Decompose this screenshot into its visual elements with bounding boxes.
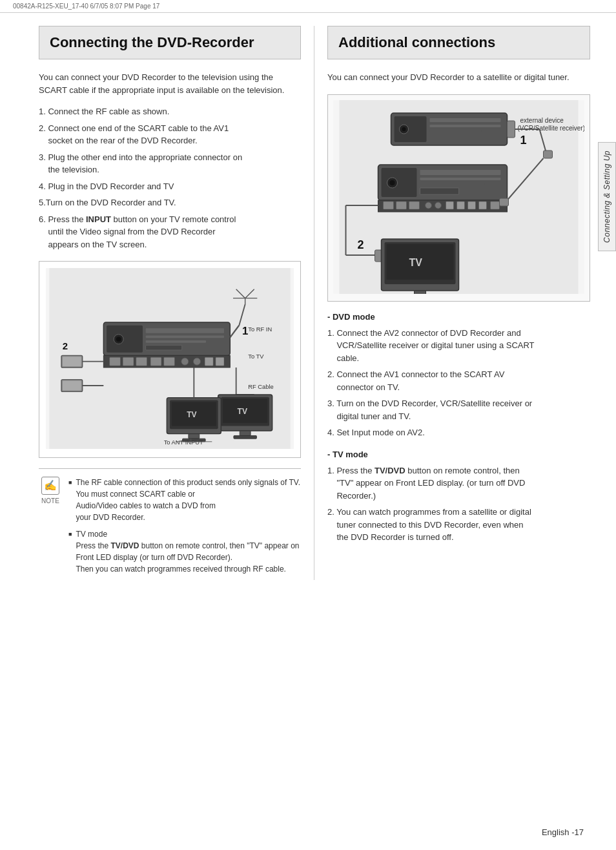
svg-text:1: 1 bbox=[242, 325, 248, 337]
dvd-mode-heading: - DVD mode bbox=[327, 312, 590, 322]
dvd-steps-list: 1. Connect the AV2 connector of DVD Reco… bbox=[327, 327, 590, 439]
step-6: 6. Press the INPUT button on your TV rem… bbox=[39, 213, 301, 251]
dvd-step-4: 4. Set Input mode on AV2. bbox=[327, 426, 590, 439]
note-section: ✍ NOTE The RF cable connection of this p… bbox=[39, 468, 301, 580]
svg-rect-81 bbox=[409, 202, 420, 209]
step-5: 5.Turn on the DVD Recorder and TV. bbox=[39, 196, 301, 209]
svg-rect-12 bbox=[136, 358, 147, 366]
step-3: 3. Plug the other end into the appropria… bbox=[39, 151, 301, 176]
svg-text:2: 2 bbox=[63, 340, 68, 351]
note-content: The RF cable connection of this product … bbox=[68, 477, 301, 580]
svg-point-83 bbox=[435, 202, 442, 209]
svg-text:(VCR/Satellite receiver): (VCR/Satellite receiver) bbox=[518, 125, 585, 132]
content-wrapper: Connecting the DVD-Recorder You can conn… bbox=[0, 13, 616, 593]
step-2: 2. Connect one end of the SCART cable to… bbox=[39, 122, 301, 147]
svg-rect-7 bbox=[146, 340, 206, 343]
svg-text:TV: TV bbox=[409, 257, 423, 268]
svg-rect-90 bbox=[500, 198, 509, 206]
dvd-connection-diagram: 1 To RF IN 2 To TV bbox=[39, 261, 301, 458]
left-title: Connecting the DVD-Recorder bbox=[50, 34, 290, 51]
dvd-step-1: 1. Connect the AV2 connector of DVD Reco… bbox=[327, 327, 590, 365]
left-steps-list: 1. Connect the RF cable as shown. 2. Con… bbox=[39, 105, 301, 251]
tv-step-2: 2. You can watch programmes from a satel… bbox=[327, 506, 590, 544]
left-section-header: Connecting the DVD-Recorder bbox=[39, 26, 301, 59]
svg-rect-2 bbox=[107, 326, 143, 353]
svg-rect-29 bbox=[63, 357, 81, 367]
right-column: Additional connections You can connect y… bbox=[314, 26, 590, 580]
left-intro: You can connect your DVD Recorder to the… bbox=[39, 71, 301, 96]
svg-rect-6 bbox=[146, 336, 224, 338]
svg-point-15 bbox=[181, 358, 189, 365]
svg-point-82 bbox=[426, 202, 432, 209]
tv-mode-heading: - TV mode bbox=[327, 450, 590, 459]
svg-rect-18 bbox=[216, 358, 224, 366]
svg-rect-80 bbox=[396, 202, 407, 209]
svg-rect-69 bbox=[544, 150, 553, 158]
file-info: 00842A-R125-XEU_17-40 6/7/05 8:07 PM Pag… bbox=[0, 0, 616, 13]
note-bullet-2: TV mode Press the TV/DVD button on remot… bbox=[68, 528, 301, 575]
svg-rect-60 bbox=[430, 118, 501, 122]
note-icon-container: ✍ NOTE bbox=[39, 477, 62, 580]
note-icon: ✍ bbox=[41, 477, 59, 495]
svg-text:To ANT INPUT: To ANT INPUT bbox=[164, 439, 203, 446]
step-1: 1. Connect the RF cable as shown. bbox=[39, 105, 301, 118]
svg-rect-43 bbox=[63, 381, 81, 391]
svg-rect-66 bbox=[508, 121, 515, 138]
svg-text:2: 2 bbox=[358, 238, 364, 251]
svg-text:TV: TV bbox=[187, 410, 197, 419]
svg-rect-38 bbox=[240, 431, 251, 435]
svg-rect-75 bbox=[420, 178, 501, 180]
svg-point-73 bbox=[390, 180, 395, 185]
svg-point-59 bbox=[402, 127, 406, 131]
svg-rect-14 bbox=[164, 358, 175, 366]
svg-rect-11 bbox=[123, 358, 134, 366]
svg-rect-85 bbox=[457, 202, 465, 209]
svg-rect-17 bbox=[205, 358, 213, 366]
svg-rect-87 bbox=[479, 202, 487, 209]
right-intro: You can connect your DVD Recorder to a s… bbox=[327, 71, 590, 84]
right-section-header: Additional connections bbox=[327, 26, 590, 59]
svg-point-4 bbox=[116, 337, 121, 342]
tv-step-1: 1. Press the TV/DVD button on remote con… bbox=[327, 464, 590, 503]
svg-point-16 bbox=[193, 358, 200, 365]
svg-text:external device: external device bbox=[520, 117, 564, 124]
svg-text:RF Cable: RF Cable bbox=[248, 384, 273, 390]
note-label: NOTE bbox=[41, 496, 59, 506]
svg-rect-5 bbox=[146, 329, 224, 333]
svg-rect-13 bbox=[150, 358, 161, 366]
svg-text:To RF IN: To RF IN bbox=[248, 326, 272, 333]
svg-rect-76 bbox=[420, 183, 485, 185]
svg-rect-77 bbox=[420, 188, 459, 194]
right-title: Additional connections bbox=[338, 34, 579, 51]
svg-rect-74 bbox=[420, 170, 501, 175]
dvd-diagram-svg: 1 To RF IN 2 To TV bbox=[46, 268, 294, 449]
sidebar-tab: Connecting & Setting Up bbox=[598, 142, 616, 251]
svg-rect-79 bbox=[384, 202, 394, 209]
svg-rect-86 bbox=[468, 202, 476, 209]
additional-connections-diagram: external device (VCR/Satellite receiver)… bbox=[327, 94, 590, 302]
page-number: English -17 bbox=[542, 827, 584, 837]
svg-rect-62 bbox=[430, 130, 482, 132]
note-bullet-1: The RF cable connection of this product … bbox=[68, 477, 301, 523]
svg-rect-84 bbox=[446, 202, 454, 209]
svg-rect-88 bbox=[491, 202, 500, 209]
svg-rect-71 bbox=[382, 168, 417, 197]
svg-rect-61 bbox=[430, 125, 501, 127]
dvd-step-3: 3. Turn on the DVD Recorder, VCR/Satelli… bbox=[327, 397, 590, 422]
svg-rect-100 bbox=[415, 291, 426, 294]
svg-text:1: 1 bbox=[520, 134, 527, 147]
svg-text:To TV: To TV bbox=[248, 353, 264, 360]
svg-text:TV: TV bbox=[238, 407, 248, 416]
dvd-step-2: 2. Connect the AV1 connector to the SCAR… bbox=[327, 368, 590, 393]
svg-rect-49 bbox=[189, 434, 200, 439]
svg-rect-39 bbox=[234, 436, 256, 439]
tv-steps-list: 1. Press the TV/DVD button on remote con… bbox=[327, 464, 590, 544]
left-column: Connecting the DVD-Recorder You can conn… bbox=[39, 26, 314, 580]
svg-rect-8 bbox=[146, 346, 182, 350]
svg-rect-10 bbox=[110, 358, 121, 366]
step-4: 4. Plug in the DVD Recorder and TV bbox=[39, 180, 301, 193]
conn-diagram-svg: external device (VCR/Satellite receiver)… bbox=[333, 100, 584, 294]
